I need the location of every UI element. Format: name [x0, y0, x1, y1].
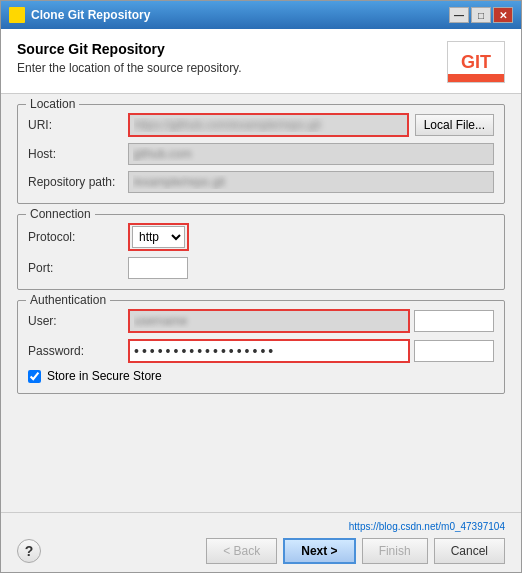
uri-label: URI:: [28, 118, 128, 132]
git-logo: GIT: [447, 41, 505, 83]
dialog-subtitle: Enter the location of the source reposit…: [17, 61, 242, 75]
back-button[interactable]: < Back: [206, 538, 277, 564]
uri-input[interactable]: [130, 115, 407, 135]
window-controls: — □ ✕: [449, 7, 513, 23]
user-extra-input[interactable]: [414, 310, 494, 332]
title-bar: Clone Git Repository — □ ✕: [1, 1, 521, 29]
protocol-label: Protocol:: [28, 230, 128, 244]
nav-buttons: < Back Next > Finish Cancel: [206, 538, 505, 564]
location-group: Location URI: Local File... Host: Reposi…: [17, 104, 505, 204]
cancel-button[interactable]: Cancel: [434, 538, 505, 564]
protocol-row: Protocol: http https git ssh: [28, 223, 494, 251]
host-label: Host:: [28, 147, 128, 161]
port-label: Port:: [28, 261, 128, 275]
uri-input-wrapper: [128, 113, 409, 137]
window-title: Clone Git Repository: [31, 8, 449, 22]
dialog-content: Location URI: Local File... Host: Reposi…: [1, 94, 521, 512]
dialog-footer: https://blog.csdn.net/m0_47397104 ? < Ba…: [1, 512, 521, 572]
protocol-select[interactable]: http https git ssh: [132, 226, 185, 248]
authentication-group: Authentication User: Password: S: [17, 300, 505, 394]
store-label: Store in Secure Store: [47, 369, 162, 383]
git-logo-bar: [448, 74, 504, 82]
dialog-title: Source Git Repository: [17, 41, 242, 57]
connection-group: Connection Protocol: http https git ssh …: [17, 214, 505, 290]
repo-path-label: Repository path:: [28, 175, 128, 189]
next-button[interactable]: Next >: [283, 538, 355, 564]
help-button[interactable]: ?: [17, 539, 41, 563]
main-window: Clone Git Repository — □ ✕ Source Git Re…: [0, 0, 522, 573]
minimize-button[interactable]: —: [449, 7, 469, 23]
auth-group-label: Authentication: [26, 293, 110, 307]
password-input[interactable]: [130, 341, 408, 361]
dialog-header: Source Git Repository Enter the location…: [1, 29, 521, 94]
password-input-wrapper: [128, 339, 410, 363]
maximize-button[interactable]: □: [471, 7, 491, 23]
user-input-wrapper: [128, 309, 410, 333]
protocol-select-wrapper: http https git ssh: [128, 223, 189, 251]
repo-path-row: Repository path:: [28, 171, 494, 193]
connection-group-label: Connection: [26, 207, 95, 221]
user-row: User:: [28, 309, 494, 333]
location-group-label: Location: [26, 97, 79, 111]
uri-row: URI: Local File...: [28, 113, 494, 137]
repo-path-input[interactable]: [128, 171, 494, 193]
password-label: Password:: [28, 344, 128, 358]
port-row: Port:: [28, 257, 494, 279]
password-extra-input[interactable]: [414, 340, 494, 362]
user-label: User:: [28, 314, 128, 328]
user-input[interactable]: [130, 311, 408, 331]
header-text: Source Git Repository Enter the location…: [17, 41, 242, 75]
host-row: Host:: [28, 143, 494, 165]
port-input[interactable]: [128, 257, 188, 279]
local-file-button[interactable]: Local File...: [415, 114, 494, 136]
finish-button[interactable]: Finish: [362, 538, 428, 564]
button-row: ? < Back Next > Finish Cancel: [17, 538, 505, 564]
store-checkbox[interactable]: [28, 370, 41, 383]
store-row: Store in Secure Store: [28, 369, 494, 383]
footer-url: https://blog.csdn.net/m0_47397104: [17, 521, 505, 532]
close-button[interactable]: ✕: [493, 7, 513, 23]
password-row: Password:: [28, 339, 494, 363]
title-bar-icon: [9, 7, 25, 23]
host-input[interactable]: [128, 143, 494, 165]
